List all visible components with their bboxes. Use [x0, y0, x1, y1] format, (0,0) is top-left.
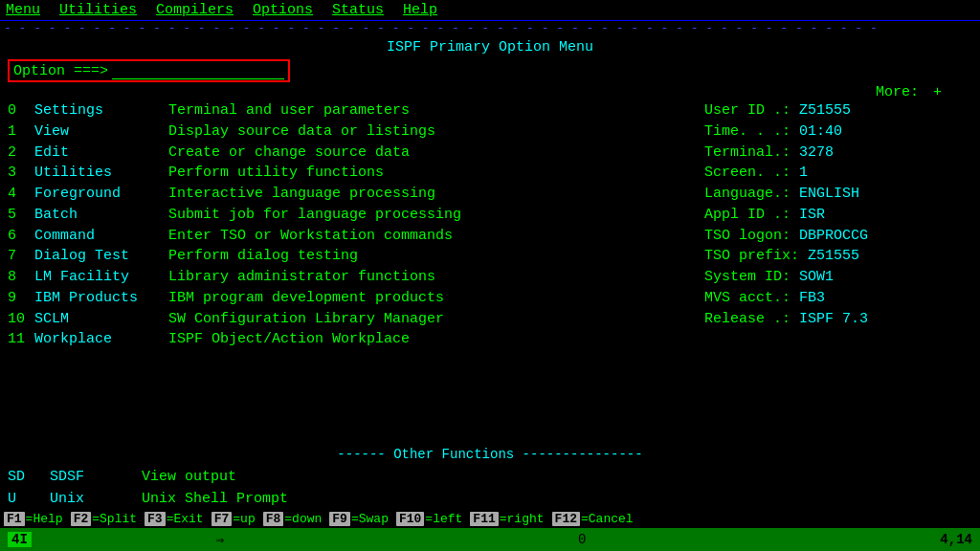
- entry-name-3[interactable]: Utilities: [34, 163, 168, 184]
- entries-container: 0SettingsTerminal and user parametersUse…: [8, 100, 972, 350]
- entry-name-5[interactable]: Batch: [34, 205, 168, 226]
- entry-desc-5: Submit job for language processing: [168, 205, 704, 226]
- option-row: Option ===>: [0, 57, 980, 84]
- menu-item-help[interactable]: Help: [403, 2, 437, 18]
- fkey-action: =right: [500, 512, 545, 526]
- entry-num-4: 4: [8, 184, 34, 205]
- fkey-F3[interactable]: F3=Exit: [145, 512, 204, 526]
- fkey-label: F2: [71, 512, 92, 526]
- entry-name-6[interactable]: Command: [34, 226, 168, 247]
- fkey-action: =Exit: [167, 512, 204, 526]
- fkey-label: F9: [329, 512, 350, 526]
- sc-key: U: [8, 489, 34, 509]
- fkey-action: =Swap: [351, 512, 389, 526]
- entry-num-11: 11: [8, 329, 34, 350]
- entry-name-1[interactable]: View: [34, 121, 168, 143]
- fkey-F1[interactable]: F1=Help: [4, 512, 63, 526]
- fkey-F12[interactable]: F12=Cancel: [552, 512, 634, 526]
- more-label: More:: [876, 84, 919, 100]
- entry-desc-10: SW Configuration Library Manager: [168, 309, 704, 330]
- sc-name[interactable]: SDSF: [50, 467, 126, 487]
- menu-entry-3: 3UtilitiesPerform utility functionsScree…: [8, 163, 972, 184]
- menu-bar: Menu Utilities Compilers Options Status …: [0, 0, 980, 21]
- fkey-F10[interactable]: F10=left: [396, 512, 462, 526]
- fkey-label: F12: [552, 512, 580, 526]
- status-center: 0: [578, 532, 586, 547]
- more-row: More: +: [0, 84, 980, 100]
- menu-entry-6: 6CommandEnter TSO or Workstation command…: [8, 226, 972, 247]
- entry-info-5: Appl ID .: ISR: [704, 205, 972, 226]
- entry-num-9: 9: [8, 288, 34, 309]
- entry-desc-11: ISPF Object/Action Workplace: [168, 329, 972, 350]
- entry-num-3: 3: [8, 163, 34, 184]
- entry-info-10: Release .: ISPF 7.3: [704, 309, 972, 330]
- fkey-action: =up: [233, 512, 255, 526]
- menu-entry-1: 1ViewDisplay source data or listingsTime…: [8, 121, 972, 143]
- menu-item-menu[interactable]: Menu: [6, 2, 40, 18]
- entry-info-3: Screen. .: 1: [704, 163, 972, 184]
- entry-name-2[interactable]: Edit: [34, 143, 168, 164]
- fkey-F11[interactable]: F11=right: [470, 512, 544, 526]
- entry-desc-1: Display source data or listings: [168, 121, 704, 143]
- fkey-action: =Cancel: [581, 512, 634, 526]
- entry-desc-3: Perform utility functions: [168, 163, 704, 184]
- menu-entry-7: 7Dialog TestPerform dialog testingTSO pr…: [8, 246, 972, 267]
- entry-desc-8: Library administrator functions: [168, 267, 704, 288]
- shortcuts-container: SDSDSFView outputUUnixUnix Shell Prompt: [0, 466, 980, 510]
- shortcut-SD: SDSDSFView output: [0, 466, 980, 488]
- status-bar: 4I ⇒ 0 4,14: [0, 528, 980, 551]
- menu-item-utilities[interactable]: Utilities: [59, 2, 137, 18]
- fkey-label: F1: [4, 512, 25, 526]
- entry-desc-7: Perform dialog testing: [168, 246, 704, 267]
- menu-entry-8: 8LM FacilityLibrary administrator functi…: [8, 267, 972, 288]
- status-num: 4I: [8, 532, 32, 547]
- entry-desc-6: Enter TSO or Workstation commands: [168, 226, 704, 247]
- top-separator: - - - - - - - - - - - - - - - - - - - - …: [0, 21, 980, 35]
- status-arrow: ⇒: [216, 532, 224, 548]
- sc-desc: Unix Shell Prompt: [142, 489, 288, 509]
- entry-num-10: 10: [8, 309, 34, 330]
- fkey-label: F11: [470, 512, 498, 526]
- menu-entry-10: 10SCLMSW Configuration Library ManagerRe…: [8, 309, 972, 330]
- fkey-bar: F1=HelpF2=SplitF3=ExitF7=upF8=downF9=Swa…: [0, 510, 980, 528]
- entry-num-8: 8: [8, 267, 34, 288]
- entry-desc-4: Interactive language processing: [168, 184, 704, 205]
- entry-desc-0: Terminal and user parameters: [168, 100, 704, 121]
- fkey-action: =Split: [92, 512, 137, 526]
- fkey-action: =left: [425, 512, 462, 526]
- entry-name-4[interactable]: Foreground: [34, 184, 168, 205]
- entry-name-8[interactable]: LM Facility: [34, 267, 168, 288]
- entry-num-1: 1: [8, 121, 34, 143]
- fkey-F8[interactable]: F8=down: [263, 512, 323, 526]
- entry-num-7: 7: [8, 246, 34, 267]
- entry-info-0: User ID .: Z51555: [704, 100, 972, 121]
- status-coords: 4,14: [940, 532, 972, 547]
- entry-name-11[interactable]: Workplace: [34, 329, 168, 350]
- menu-item-compilers[interactable]: Compilers: [156, 2, 234, 18]
- entry-name-7[interactable]: Dialog Test: [34, 246, 168, 267]
- other-functions: ------ Other Functions ---------------: [0, 441, 980, 466]
- fkey-F7[interactable]: F7=up: [212, 512, 256, 526]
- option-input-box[interactable]: Option ===>: [8, 59, 290, 82]
- entry-name-9[interactable]: IBM Products: [34, 288, 168, 309]
- main-content: 0SettingsTerminal and user parametersUse…: [0, 100, 980, 441]
- entry-num-6: 6: [8, 226, 34, 247]
- option-input[interactable]: [112, 62, 284, 79]
- fkey-F2[interactable]: F2=Split: [71, 512, 137, 526]
- entry-info-6: TSO logon: DBPROCCG: [704, 226, 972, 247]
- entry-num-5: 5: [8, 205, 34, 226]
- entry-desc-2: Create or change source data: [168, 143, 704, 164]
- entry-name-0[interactable]: Settings: [34, 100, 168, 121]
- menu-item-options[interactable]: Options: [253, 2, 313, 18]
- entry-name-10[interactable]: SCLM: [34, 309, 168, 330]
- menu-entry-4: 4ForegroundInteractive language processi…: [8, 184, 972, 205]
- entry-info-1: Time. . .: 01:40: [704, 121, 972, 143]
- entry-info-7: TSO prefix: Z51555: [704, 246, 972, 267]
- menu-entry-0: 0SettingsTerminal and user parametersUse…: [8, 100, 972, 121]
- fkey-F9[interactable]: F9=Swap: [329, 512, 389, 526]
- entry-info-4: Language.: ENGLISH: [704, 184, 972, 205]
- menu-item-status[interactable]: Status: [332, 2, 384, 18]
- sc-name[interactable]: Unix: [50, 489, 126, 509]
- fkey-action: =down: [284, 512, 322, 526]
- fkey-label: F3: [145, 512, 166, 526]
